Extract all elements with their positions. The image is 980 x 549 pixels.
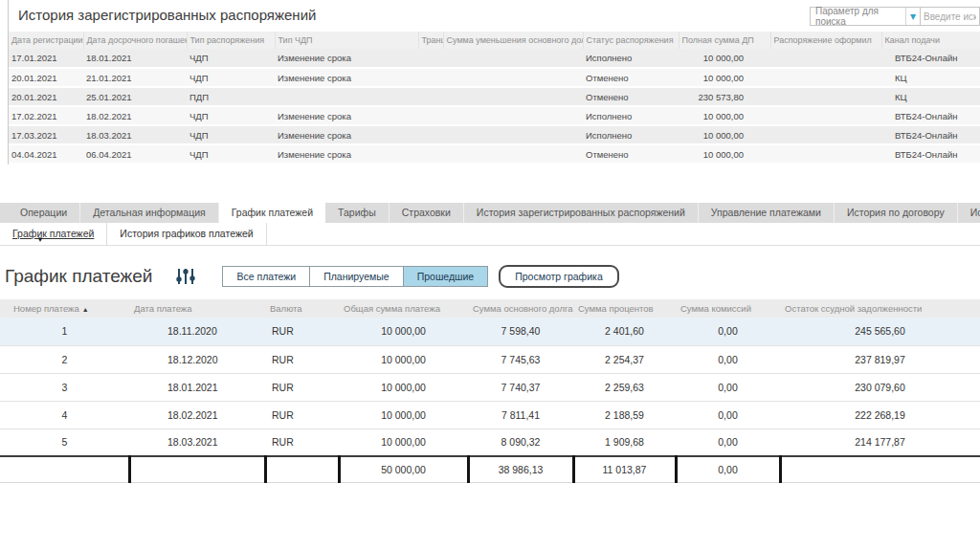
table-cell: Изменение срока	[275, 49, 418, 68]
schedule-row[interactable]: 218.12.2020RUR10 000,007 745,632 254,370…	[0, 345, 980, 373]
totals-total-payment: 50 000,00	[339, 456, 468, 482]
orders-table-row[interactable]: 17.03.202118.03.2021ЧДПИзменение срокаИс…	[9, 125, 980, 144]
table-cell: 7 598,40	[468, 318, 573, 345]
col-reg-date[interactable]: Дата регистрации	[9, 32, 83, 49]
schedule-row[interactable]: 318.01.2021RUR10 000,007 740,372 259,630…	[0, 373, 980, 401]
table-cell	[443, 87, 583, 106]
col-currency[interactable]: Валюта	[265, 299, 339, 318]
table-cell	[418, 125, 443, 144]
col-interest[interactable]: Сумма процентов	[573, 299, 676, 318]
table-cell: 18.03.2021	[129, 428, 265, 456]
table-cell: Исполнено	[583, 125, 679, 144]
tab-operations[interactable]: Операции	[8, 203, 80, 223]
table-cell: 8 090,32	[468, 428, 573, 456]
table-cell: RUR	[265, 401, 339, 428]
col-channel[interactable]: Канал подачи	[881, 32, 980, 49]
orders-table-row[interactable]: 04.04.202106.04.2021ЧДПИзменение срокаОт…	[9, 144, 980, 164]
search-input[interactable]	[921, 7, 980, 26]
table-cell: 18.01.2021	[129, 373, 265, 401]
table-cell: 17.02.2021	[9, 106, 83, 125]
orders-table-row[interactable]: 20.01.202121.01.2021ЧДПИзменение срокаОт…	[9, 68, 980, 87]
table-cell: 18.12.2020	[129, 345, 265, 373]
orders-table-row[interactable]: 17.01.202118.01.2021ЧДПИзменение срокаИс…	[9, 49, 980, 68]
totals-cell	[780, 456, 980, 482]
col-loan-balance[interactable]: Остаток ссудной задолженности	[780, 299, 980, 318]
filter-all-payments-button[interactable]: Все платежи	[223, 267, 310, 286]
table-cell: 21.01.2021	[83, 68, 187, 87]
table-cell	[418, 144, 443, 164]
contract-tab-bar: Операции Детальная информация График пла…	[0, 203, 980, 223]
table-cell: 10 000,00	[679, 125, 770, 144]
table-cell: 7 811,41	[468, 401, 573, 428]
table-cell: 10 000,00	[679, 68, 770, 87]
subtab-schedule-history[interactable]: История графиков платежей	[107, 223, 266, 245]
table-cell: 2 259,63	[573, 373, 676, 401]
table-cell: 10 000,00	[339, 428, 468, 456]
table-cell: 0,00	[676, 401, 780, 428]
filter-past-button[interactable]: Прошедшие	[404, 267, 488, 286]
tab-payment-management[interactable]: Управление платежами	[699, 203, 835, 223]
tab-insurance[interactable]: Страховки	[390, 203, 464, 223]
filter-planned-button[interactable]: Планируемые	[310, 267, 403, 286]
table-cell: 7 745,63	[468, 345, 573, 373]
table-cell	[275, 87, 418, 106]
col-fees[interactable]: Сумма комиссий	[676, 299, 780, 318]
tab-details[interactable]: Детальная информация	[80, 203, 219, 223]
orders-history-table: Дата регистрации Дата досрочного погашен…	[9, 32, 980, 165]
col-payment-date[interactable]: Дата платежа	[129, 299, 265, 318]
col-full-amount[interactable]: Полная сумма ДП	[679, 32, 770, 49]
totals-cell	[0, 456, 129, 482]
table-cell: ЧДП	[187, 68, 275, 87]
col-principal[interactable]: Сумма основного долга	[468, 299, 573, 318]
col-payment-number[interactable]: Номер платежа▲	[0, 299, 129, 318]
table-cell: 2 401,60	[573, 318, 676, 345]
tab-orders-history[interactable]: История зарегистрированных распоряжений	[464, 203, 699, 223]
table-cell: 10 000,00	[339, 345, 468, 373]
schedule-subtab-bar: График платежей ▼ История графиков плате…	[0, 223, 980, 246]
col-principal-reduction[interactable]: Сумма уменьшения основного долга	[443, 32, 583, 49]
table-cell	[418, 106, 443, 125]
col-chdp-type[interactable]: Тип ЧДП	[275, 32, 418, 49]
chevron-down-icon: ▾	[905, 8, 920, 25]
table-cell: Исполнено	[583, 49, 679, 68]
table-cell: ПДП	[187, 87, 275, 106]
col-total-payment[interactable]: Общая сумма платежа	[339, 299, 468, 318]
col-order-type[interactable]: Тип распоряжения	[187, 32, 275, 49]
table-cell	[770, 87, 881, 106]
tab-change-history[interactable]: История изме	[958, 203, 980, 223]
tab-contract-history[interactable]: История по договору	[835, 203, 958, 223]
schedule-title: График платежей	[5, 266, 152, 287]
orders-history-title: История зарегистрированных распоряжений	[18, 7, 316, 23]
filter-sliders-icon[interactable]	[175, 268, 197, 285]
col-early-repay-date[interactable]: Дата досрочного погашения	[83, 32, 187, 49]
table-cell: 0,00	[676, 318, 780, 345]
table-cell: 1 909,68	[573, 428, 676, 456]
table-cell	[443, 68, 583, 87]
subtab-payment-schedule[interactable]: График платежей ▼	[0, 223, 107, 245]
schedule-row[interactable]: 518.03.2021RUR10 000,008 090,321 909,680…	[0, 428, 980, 456]
table-cell: 3	[0, 373, 129, 401]
table-cell: 17.01.2021	[9, 49, 83, 68]
table-cell: 10 000,00	[339, 373, 468, 401]
tab-payment-schedule[interactable]: График платежей	[219, 203, 325, 223]
schedule-row[interactable]: 118.11.2020RUR10 000,007 598,402 401,600…	[0, 318, 980, 345]
sort-asc-icon: ▲	[82, 306, 89, 313]
table-cell	[418, 49, 443, 68]
col-issued-by[interactable]: Распоряжение оформил	[770, 32, 881, 49]
table-cell: 7 740,37	[468, 373, 573, 401]
table-cell: 20.01.2021	[9, 68, 83, 87]
totals-fees: 0,00	[676, 456, 780, 482]
view-chart-button[interactable]: Просмотр графика	[499, 265, 619, 288]
orders-table-row[interactable]: 20.01.202125.01.2021ПДПОтменено230 573,8…	[9, 87, 980, 106]
col-tranche[interactable]: Транш	[418, 32, 443, 49]
table-cell	[770, 125, 881, 144]
table-cell: 2 188,59	[573, 401, 676, 428]
totals-principal: 38 986,13	[468, 456, 573, 482]
table-cell	[443, 49, 583, 68]
orders-table-row[interactable]: 17.02.202118.02.2021ЧДПИзменение срокаИс…	[9, 106, 980, 125]
table-cell: ВТБ24-Онлайн	[881, 49, 980, 68]
col-order-status[interactable]: Статус распоряжения	[583, 32, 679, 49]
schedule-row[interactable]: 418.02.2021RUR10 000,007 811,412 188,590…	[0, 401, 980, 428]
tab-tariffs[interactable]: Тарифы	[325, 203, 390, 223]
search-param-select[interactable]: Параметр для поиска ▾	[810, 7, 921, 26]
